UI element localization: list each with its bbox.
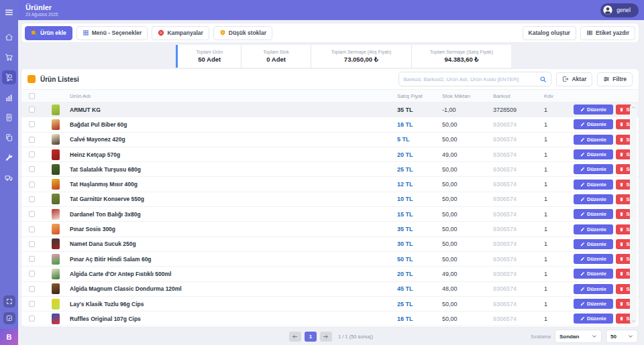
barcode-cell: 9306574 — [493, 211, 544, 218]
price-cell[interactable]: 30 TL — [397, 240, 442, 247]
low-stock-button[interactable]: Düşük stoklar — [213, 26, 272, 40]
list-title: Ürün Listesi — [40, 76, 79, 83]
price-cell[interactable]: 20 TL — [397, 271, 442, 277]
sidebar-bottom-group: B — [0, 295, 18, 345]
barcode-cell: 9306574 — [493, 240, 544, 247]
page-date: 23 Ağustos 2025 — [25, 12, 58, 17]
next-page-button[interactable] — [320, 332, 332, 342]
search-input[interactable] — [403, 76, 539, 82]
product-name: Lay's Klasik Tuzlu 96g Cips — [70, 301, 397, 307]
stat-value: 94.383,60 ₺ — [444, 56, 478, 63]
edit-button[interactable]: Düzenle — [574, 149, 613, 159]
row-checkbox[interactable] — [29, 211, 35, 217]
price-cell[interactable]: 15 TL — [397, 211, 442, 218]
edit-button[interactable]: Düzenle — [574, 194, 613, 204]
sort-select[interactable]: Sondan — [555, 330, 602, 343]
current-page-button[interactable]: 1 — [305, 332, 317, 342]
edit-button[interactable]: Düzenle — [574, 105, 613, 115]
table-row: Namet Dana Sucuk 250g 30 TL 50,00 930657… — [21, 237, 639, 252]
row-checkbox[interactable] — [29, 196, 35, 202]
price-cell[interactable]: 12 TL — [397, 181, 442, 188]
stats-band: Toplam Ürün 50 Adet Toplam Stok 0 Adet T… — [18, 44, 644, 68]
create-catalog-button[interactable]: Katalog oluştur — [523, 26, 576, 40]
row-checkbox[interactable] — [29, 121, 35, 127]
row-checkbox[interactable] — [29, 226, 35, 232]
table-row: Pınar Aç Bitir Hindi Salam 60g 50 TL 50,… — [21, 252, 639, 267]
main-content: Ürün ekle Menü - Seçenekler Kampanyalar … — [18, 20, 644, 345]
price-cell[interactable]: 16 TL — [397, 316, 442, 322]
note-edit-icon[interactable] — [3, 312, 15, 324]
add-product-button[interactable]: Ürün ekle — [25, 26, 72, 40]
edit-button[interactable]: Düzenle — [574, 224, 613, 234]
row-checkbox[interactable] — [29, 271, 35, 277]
edit-button[interactable]: Düzenle — [574, 209, 613, 219]
edit-button[interactable]: Düzenle — [574, 135, 613, 145]
grid-icon — [83, 29, 89, 36]
product-name: Pınar Aç Bitir Hindi Salam 60g — [70, 256, 397, 263]
price-cell[interactable]: 16 TL — [397, 121, 442, 128]
product-thumb — [52, 238, 60, 249]
product-name: Dardanel Ton Balığı 3x80g — [70, 211, 397, 218]
stat-value: 73.050,00 ₺ — [344, 56, 378, 63]
price-cell[interactable]: 25 TL — [397, 166, 442, 173]
row-checkbox[interactable] — [29, 137, 35, 143]
edit-button[interactable]: Düzenle — [574, 299, 613, 309]
price-cell[interactable]: 20 TL — [397, 151, 442, 158]
filter-sliders-icon — [603, 76, 610, 82]
sidebar-item-tools[interactable] — [2, 151, 16, 165]
price-cell[interactable]: 45 TL — [397, 285, 442, 292]
row-checkbox[interactable] — [29, 241, 35, 247]
price-cell[interactable]: 35 TL — [397, 226, 442, 232]
filter-label: Filtre — [612, 76, 627, 82]
select-all-checkbox[interactable] — [29, 93, 35, 99]
fullscreen-icon[interactable] — [3, 295, 15, 307]
row-checkbox[interactable] — [29, 107, 35, 113]
edit-button[interactable]: Düzenle — [574, 239, 613, 249]
low-stock-label: Düşük stoklar — [229, 29, 266, 36]
edit-button[interactable]: Düzenle — [574, 119, 613, 129]
sidebar-item-delivery[interactable] — [2, 171, 16, 185]
edit-button[interactable]: Düzenle — [574, 254, 613, 264]
menu-icon[interactable] — [2, 5, 16, 19]
search-icon[interactable] — [539, 76, 547, 83]
row-checkbox[interactable] — [29, 182, 35, 188]
user-menu[interactable]: genel — [600, 3, 639, 17]
sidebar-item-products[interactable] — [2, 70, 16, 84]
price-cell[interactable]: 10 TL — [397, 196, 442, 202]
table-scrollbar[interactable] — [630, 104, 637, 325]
edit-button[interactable]: Düzenle — [574, 180, 613, 190]
print-label-button[interactable]: Etiket yazdır — [580, 26, 635, 40]
table-row: Dardanel Ton Balığı 3x80g 15 TL 50,00 93… — [21, 207, 639, 222]
price-cell[interactable]: 50 TL — [397, 256, 442, 263]
edit-button[interactable]: Düzenle — [574, 314, 613, 324]
price-cell[interactable]: 5 TL — [397, 136, 442, 143]
table-row: Tat Haşlanmış Mısır 400g 12 TL 50,00 930… — [21, 177, 639, 192]
product-thumb — [52, 164, 60, 175]
price-cell[interactable]: 25 TL — [397, 301, 442, 307]
page-title: Ürünler — [25, 3, 58, 11]
sidebar-item-sales-cart[interactable] — [2, 50, 16, 64]
edit-button[interactable]: Düzenle — [574, 164, 613, 174]
table-row: Ruffles Original 107g Cips 16 TL 50,00 9… — [21, 312, 639, 326]
stat-capital-sell: Toplam Sermaye (Satış Fiyatı) 94.383,60 … — [411, 45, 511, 68]
row-checkbox[interactable] — [29, 256, 35, 262]
row-checkbox[interactable] — [29, 301, 35, 307]
filter-button[interactable]: Filtre — [597, 72, 633, 86]
row-checkbox[interactable] — [29, 151, 35, 157]
row-checkbox[interactable] — [29, 286, 35, 292]
edit-button[interactable]: Düzenle — [574, 284, 613, 294]
sidebar-item-home[interactable] — [2, 30, 16, 44]
price-cell[interactable]: 35 TL — [397, 107, 442, 113]
export-button[interactable]: Aktar — [556, 72, 592, 86]
stat-total-products: Toplam Ürün 50 Adet — [178, 45, 241, 68]
per-page-select[interactable]: 50 — [606, 330, 638, 343]
row-checkbox[interactable] — [29, 316, 35, 322]
prev-page-button[interactable] — [289, 332, 301, 342]
campaigns-button[interactable]: Kampanyalar — [152, 26, 209, 40]
sidebar-item-copy-documents[interactable] — [2, 131, 16, 145]
menu-options-button[interactable]: Menü - Seçenekler — [76, 26, 148, 40]
row-checkbox[interactable] — [29, 166, 35, 172]
edit-button[interactable]: Düzenle — [574, 269, 613, 279]
sidebar-item-reports[interactable] — [2, 90, 16, 105]
sidebar-item-invoices[interactable] — [2, 111, 16, 125]
